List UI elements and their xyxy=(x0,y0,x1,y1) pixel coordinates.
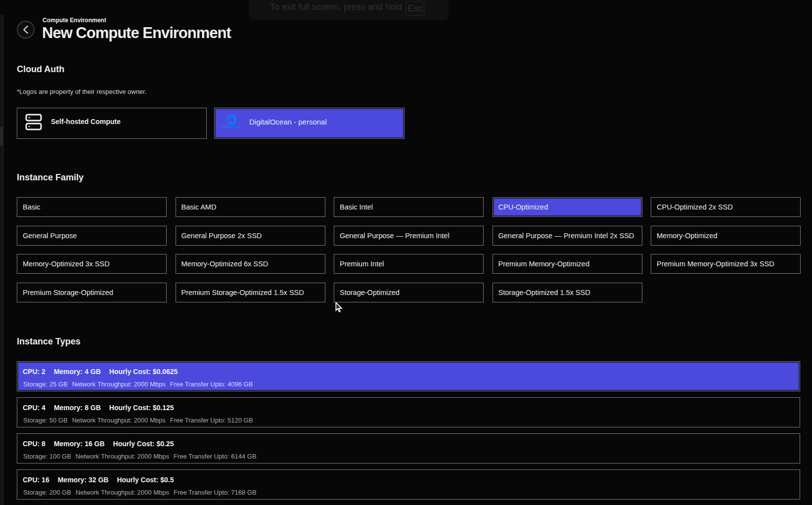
svg-text:DigitalOcean: DigitalOcean xyxy=(222,125,241,129)
